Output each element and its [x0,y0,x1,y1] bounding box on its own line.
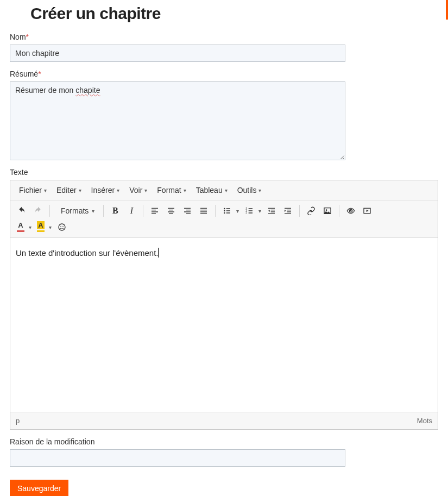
svg-point-10 [59,224,65,230]
align-center-button[interactable] [163,203,179,219]
svg-point-11 [60,226,61,227]
svg-point-7 [326,209,327,211]
preview-button[interactable] [343,203,359,219]
bold-button[interactable]: B [107,203,123,219]
indent-button[interactable] [280,203,296,219]
svg-point-1 [224,210,225,212]
bullet-list-button[interactable] [219,203,235,219]
separator [103,205,104,217]
menu-table[interactable]: Tableau▾ [192,183,232,198]
text-color-dropdown[interactable]: ▾ [29,224,31,230]
name-input[interactable] [10,45,345,62]
menu-file[interactable]: Fichier▾ [15,183,51,198]
status-path[interactable]: p [16,417,20,425]
bg-color-dropdown[interactable]: ▾ [49,224,52,230]
separator [143,205,143,217]
emoji-button[interactable] [54,219,70,235]
menu-tools[interactable]: Outils▾ [233,183,266,198]
align-right-button[interactable] [179,203,195,219]
name-label: Nom* [10,33,438,41]
formats-dropdown[interactable]: Formats▾ [53,203,100,219]
svg-point-0 [224,208,225,210]
link-button[interactable] [303,203,319,219]
reason-label: Raison de la modification [10,437,438,446]
editor-toolbar: Formats▾ B I ▾ 123 ▾ [10,200,438,238]
separator [339,205,339,217]
svg-point-2 [224,212,225,214]
accent-edge [446,0,448,20]
media-button[interactable] [359,203,375,219]
summary-label: Résumé* [10,70,438,78]
undo-button[interactable] [14,203,30,219]
summary-field-wrap: Résumé* Résumer de mon chapite [10,70,438,160]
separator [215,205,216,217]
separator [299,205,300,217]
status-wordcount: Mots [417,417,432,425]
image-button[interactable] [319,203,336,219]
italic-button[interactable]: I [123,203,140,219]
align-justify-button[interactable] [195,203,212,219]
menu-edit[interactable]: Editer▾ [52,183,86,198]
redo-button[interactable] [30,203,46,219]
reason-field-wrap: Raison de la modification [10,437,438,467]
menu-view[interactable]: Voir▾ [125,183,152,198]
rich-text-editor: Fichier▾ Editer▾ Insérer▾ Voir▾ Format▾ … [10,180,438,430]
text-field-wrap: Texte Fichier▾ Editer▾ Insérer▾ Voir▾ Fo… [10,168,438,430]
svg-text:3: 3 [246,211,248,214]
page-title: Créer un chapitre [30,4,438,23]
name-field-wrap: Nom* [10,33,438,62]
editor-content-area[interactable]: Un texte d'introduction sur l'évènement. [10,238,438,412]
menu-format[interactable]: Format▾ [153,183,190,198]
summary-textarea[interactable]: Résumer de mon chapite [10,81,345,160]
editor-menubar: Fichier▾ Editer▾ Insérer▾ Voir▾ Format▾ … [10,180,438,200]
number-list-dropdown[interactable]: ▾ [258,208,261,214]
align-left-button[interactable] [147,203,163,219]
svg-point-12 [62,226,64,227]
svg-point-8 [350,210,352,212]
number-list-button[interactable]: 123 [241,203,257,219]
bullet-list-dropdown[interactable]: ▾ [236,208,239,214]
text-color-button[interactable]: A [14,219,28,235]
reason-input[interactable] [10,449,345,467]
menu-insert[interactable]: Insérer▾ [87,183,124,198]
text-label: Texte [10,168,438,177]
save-button[interactable]: Sauvegarder [10,480,68,496]
bg-color-button[interactable]: A [34,219,48,235]
editor-statusbar: p Mots [10,412,438,429]
outdent-button[interactable] [263,203,280,219]
separator [49,205,50,217]
